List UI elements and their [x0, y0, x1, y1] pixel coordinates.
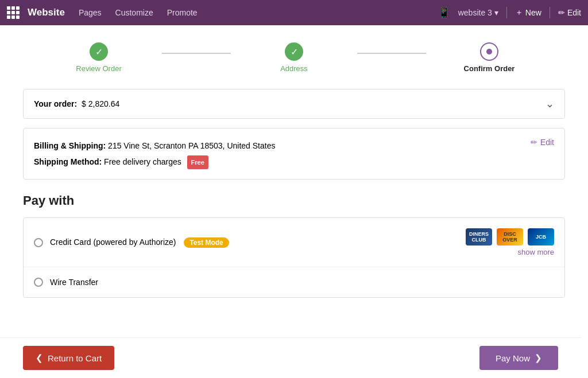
order-amount: $ 2,820.64 [82, 99, 119, 108]
bottom-bar: ❮ Return to Cart Pay Now ❯ [0, 337, 581, 378]
nav-customize[interactable]: Customize [115, 8, 153, 17]
credit-card-label: Credit Card (powered by Authorize) Test … [50, 237, 466, 248]
show-more-link[interactable]: show more [517, 248, 554, 256]
credit-card-text: Credit Card (powered by Authorize) [50, 237, 176, 247]
edit-address-label: Edit [540, 138, 554, 147]
mobile-icon[interactable]: 📱 [438, 6, 450, 19]
edit-address-button[interactable]: ✏ Edit [531, 138, 554, 147]
credit-card-radio[interactable] [34, 238, 43, 247]
payment-option-credit-card[interactable]: Credit Card (powered by Authorize) Test … [24, 218, 564, 267]
connector-2 [357, 53, 426, 54]
step-review-order: ✓ Review Order [36, 42, 162, 73]
edit-button[interactable]: ✏ Edit [558, 8, 581, 17]
address-edit: ✏ Edit [531, 138, 554, 147]
return-label: Return to Cart [48, 353, 102, 363]
new-button[interactable]: ＋ New [515, 7, 541, 18]
brand-name: Website [28, 7, 65, 18]
order-summary-left: Your order: $ 2,820.64 [34, 99, 119, 108]
wire-transfer-radio[interactable] [34, 278, 43, 287]
chevron-down-icon: ⌄ [546, 98, 554, 110]
checkout-stepper: ✓ Review Order ✓ Address Confirm Order [23, 42, 565, 73]
order-summary-box: Your order: $ 2,820.64 ⌄ [23, 89, 565, 119]
jcb-logo: JCB [528, 228, 554, 245]
divider [506, 7, 507, 18]
card-logos-container: DINERSCLUB DISCOVER JCB show more [466, 228, 554, 256]
step-address-circle: ✓ [285, 42, 303, 61]
top-navigation: Website Pages Customize Promote 📱 websit… [0, 0, 588, 25]
payment-option-wire-transfer[interactable]: Wire Transfer [24, 267, 564, 297]
step-review-label: Review Order [76, 64, 121, 73]
nav-pages[interactable]: Pages [79, 8, 102, 17]
chevron-left-icon: ❮ [36, 353, 43, 363]
payment-options-box: Credit Card (powered by Authorize) Test … [23, 217, 565, 298]
card-logos: DINERSCLUB DISCOVER JCB [466, 228, 554, 245]
divider2 [550, 7, 550, 18]
billing-shipping-row: Billing & Shipping: 215 Vine St, Scranto… [34, 138, 275, 154]
pay-now-button[interactable]: Pay Now ❯ [479, 346, 558, 370]
website-selector-chevron: ▾ [494, 8, 498, 17]
pay-with-title: Pay with [23, 193, 565, 208]
nav-links: Pages Customize Promote [79, 8, 198, 17]
edit-label: Edit [567, 8, 581, 17]
plus-icon: ＋ [515, 7, 523, 18]
return-to-cart-button[interactable]: ❮ Return to Cart [23, 346, 114, 370]
chevron-right-icon: ❯ [535, 353, 542, 363]
pay-now-label: Pay Now [496, 353, 530, 363]
shipping-method-row: Shipping Method: Free delivery charges F… [34, 154, 275, 170]
connector-1 [162, 53, 231, 54]
address-box: Billing & Shipping: 215 Vine St, Scranto… [23, 128, 565, 180]
step-address: ✓ Address [231, 42, 357, 73]
website-selector[interactable]: website 3 ▾ [458, 8, 498, 17]
step-review-circle: ✓ [90, 42, 108, 61]
page-content: ✓ Review Order ✓ Address Confirm Order Y… [0, 25, 588, 378]
nav-promote[interactable]: Promote [167, 8, 198, 17]
billing-shipping-value: 215 Vine St, Scranton PA 18503, United S… [108, 141, 275, 150]
address-details: Billing & Shipping: 215 Vine St, Scranto… [34, 138, 275, 170]
topnav-right: 📱 website 3 ▾ ＋ New ✏ Edit [438, 6, 581, 19]
step-address-label: Address [280, 64, 308, 73]
grid-menu-button[interactable] [7, 6, 20, 19]
new-label: New [525, 8, 541, 17]
step-confirm-circle [480, 42, 498, 61]
website-selector-label: website 3 [458, 8, 492, 17]
diners-club-logo: DINERSCLUB [466, 228, 492, 245]
shipping-method-value: Free delivery charges [104, 157, 181, 166]
shipping-method-label: Shipping Method: [34, 157, 102, 166]
wire-transfer-label: Wire Transfer [50, 278, 554, 287]
edit-icon: ✏ [531, 138, 537, 147]
billing-shipping-label: Billing & Shipping: [34, 141, 106, 150]
test-mode-badge: Test Mode [184, 237, 229, 248]
pencil-icon: ✏ [558, 8, 565, 17]
grid-icon [7, 6, 20, 19]
order-summary-header[interactable]: Your order: $ 2,820.64 ⌄ [24, 89, 564, 118]
free-badge: Free [187, 155, 208, 169]
discover-logo: DISCOVER [497, 228, 523, 245]
step-confirm-order: Confirm Order [426, 42, 552, 73]
order-label: Your order: [34, 99, 77, 108]
step-confirm-label: Confirm Order [464, 64, 515, 73]
